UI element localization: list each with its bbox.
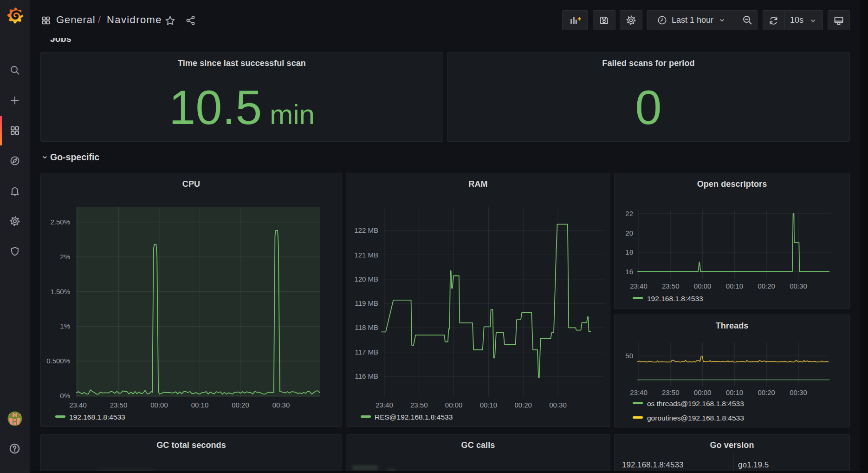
svg-text:00:10: 00:10	[726, 282, 744, 290]
svg-text:2.50%: 2.50%	[50, 218, 70, 226]
svg-text:00:20: 00:20	[758, 388, 775, 396]
svg-text:119 MB: 119 MB	[355, 299, 378, 307]
svg-text:23:40: 23:40	[630, 388, 648, 396]
svg-text:00:30: 00:30	[790, 388, 807, 396]
svg-text:18: 18	[625, 248, 633, 256]
svg-text:00:00: 00:00	[694, 282, 712, 290]
svg-text:RES@192.168.1.8:4533: RES@192.168.1.8:4533	[375, 413, 453, 421]
svg-text:00:20: 00:20	[514, 401, 532, 409]
svg-text:00:10: 00:10	[191, 401, 209, 409]
svg-text:goroutines@192.168.1.8:4533: goroutines@192.168.1.8:4533	[647, 414, 744, 422]
svg-text:00:20: 00:20	[758, 282, 775, 290]
svg-text:00:10: 00:10	[480, 401, 498, 409]
svg-text:23:50: 23:50	[110, 401, 128, 409]
svg-text:23:50: 23:50	[662, 388, 680, 396]
svg-text:00:30: 00:30	[790, 282, 807, 290]
svg-text:0%: 0%	[60, 392, 70, 400]
svg-text:00:10: 00:10	[726, 388, 744, 396]
svg-text:1%: 1%	[60, 322, 70, 330]
svg-text:192.168.1.8:4533: 192.168.1.8:4533	[647, 295, 703, 302]
svg-text:23:40: 23:40	[376, 401, 393, 409]
svg-text:00:00: 00:00	[445, 401, 463, 409]
svg-text:192.168.1.8:4533: 192.168.1.8:4533	[69, 413, 125, 421]
svg-text:2%: 2%	[60, 253, 70, 261]
svg-text:116 MB: 116 MB	[355, 372, 378, 380]
svg-text:00:00: 00:00	[694, 388, 712, 396]
svg-text:os threads@192.168.1.8:4533: os threads@192.168.1.8:4533	[647, 400, 744, 407]
svg-text:00:30: 00:30	[272, 401, 290, 409]
svg-text:120 MB: 120 MB	[354, 275, 378, 283]
svg-text:23:40: 23:40	[69, 401, 87, 409]
svg-text:1.50%: 1.50%	[50, 288, 70, 296]
svg-text:00:00: 00:00	[150, 401, 168, 409]
svg-text:00:30: 00:30	[549, 401, 567, 409]
svg-text:117 MB: 117 MB	[355, 348, 378, 356]
svg-text:23:50: 23:50	[662, 282, 680, 290]
svg-text:118 MB: 118 MB	[355, 323, 378, 331]
svg-text:122 MB: 122 MB	[354, 226, 378, 234]
svg-text:0.500%: 0.500%	[46, 357, 70, 365]
svg-text:16: 16	[625, 268, 633, 276]
svg-text:20: 20	[625, 229, 633, 237]
svg-text:00:20: 00:20	[232, 401, 249, 409]
svg-text:121 MB: 121 MB	[354, 251, 378, 259]
svg-text:23:50: 23:50	[410, 401, 428, 409]
svg-text:23:40: 23:40	[630, 282, 648, 290]
svg-text:50: 50	[625, 352, 633, 360]
svg-text:22: 22	[625, 210, 633, 217]
